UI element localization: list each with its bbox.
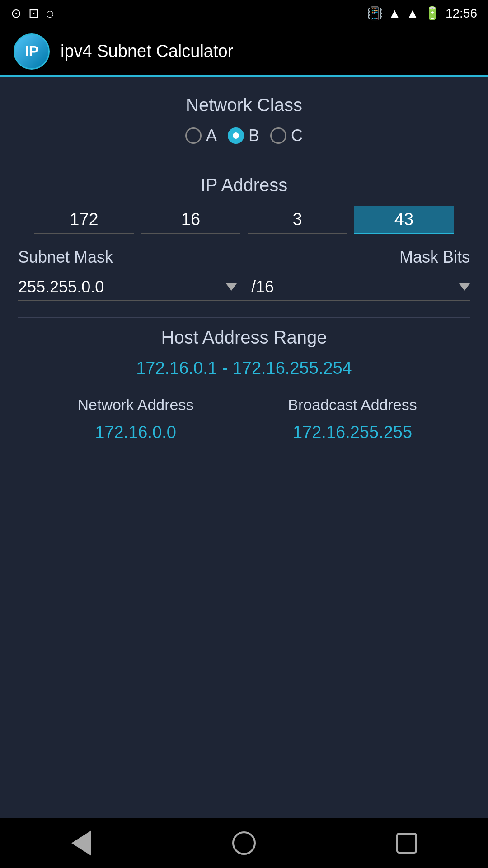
- app-logo: IP: [14, 33, 50, 70]
- radio-label-A: A: [206, 126, 217, 145]
- mask-bits-arrow-icon: [459, 283, 470, 291]
- subnet-mask-label: Subnet Mask: [18, 248, 113, 267]
- wifi-icon: ▲: [388, 7, 401, 20]
- radio-label-C: C: [291, 126, 303, 145]
- status-bar: ⊙ ⊡ ⍜ 📳 ▲ ▲ 🔋 12:56: [0, 0, 488, 27]
- radio-label-B: B: [249, 126, 259, 145]
- ip-address-section: IP Address: [18, 175, 470, 234]
- host-address-range-section: Host Address Range 172.16.0.1 - 172.16.2…: [18, 327, 470, 378]
- broadcast-address-col: Broadcast Address 172.16.255.255: [244, 396, 461, 442]
- network-class-radio-group: A B C: [18, 126, 470, 145]
- ip-octet4-input[interactable]: [354, 206, 454, 234]
- ip-fields: [18, 206, 470, 234]
- home-icon: [232, 831, 256, 855]
- android-icon: ⍜: [46, 7, 54, 20]
- mask-bits-dropdown[interactable]: /16: [244, 274, 470, 301]
- status-bar-left: ⊙ ⊡ ⍜: [11, 7, 54, 20]
- radio-circle-C[interactable]: [270, 127, 286, 144]
- host-address-range-value: 172.16.0.1 - 172.16.255.254: [18, 359, 470, 378]
- mask-bits-value: /16: [251, 278, 274, 297]
- radio-option-B[interactable]: B: [228, 126, 259, 145]
- status-bar-right: 📳 ▲ ▲ 🔋 12:56: [367, 6, 477, 21]
- network-address-label: Network Address: [27, 396, 244, 414]
- radio-option-C[interactable]: C: [270, 126, 303, 145]
- radio-circle-B[interactable]: [228, 127, 244, 144]
- network-class-section: Network Class A B C: [18, 95, 470, 168]
- ip-octet1-field: [34, 206, 134, 234]
- ip-address-title: IP Address: [18, 175, 470, 195]
- app-title: ipv4 Subnet Calculator: [61, 42, 233, 61]
- subnet-mask-section: Subnet Mask Mask Bits 255.255.0.0 /16: [18, 248, 470, 308]
- host-address-range-title: Host Address Range: [18, 327, 470, 348]
- radio-circle-A[interactable]: [185, 127, 202, 144]
- network-class-title: Network Class: [18, 95, 470, 115]
- broadcast-address-value: 172.16.255.255: [244, 423, 461, 442]
- addresses-section: Network Address 172.16.0.0 Broadcast Add…: [18, 396, 470, 442]
- vibrate-icon: 📳: [367, 7, 383, 20]
- ip-octet3-input[interactable]: [248, 206, 347, 234]
- battery-icon: 🔋: [424, 7, 440, 20]
- ip-octet2-input[interactable]: [141, 206, 240, 234]
- radio-option-A[interactable]: A: [185, 126, 217, 145]
- main-content: Network Class A B C IP Address: [0, 77, 488, 818]
- recents-icon: [396, 833, 417, 854]
- subnet-mask-dropdown[interactable]: 255.255.0.0: [18, 274, 244, 301]
- photo-icon: ⊡: [28, 7, 39, 20]
- bottom-nav: [0, 818, 488, 868]
- subnet-mask-value: 255.255.0.0: [18, 278, 104, 297]
- home-button[interactable]: [226, 825, 262, 861]
- subnet-mask-arrow-icon: [226, 283, 237, 291]
- ip-octet4-field: [354, 206, 454, 234]
- back-icon: [71, 830, 91, 856]
- broadcast-address-label: Broadcast Address: [244, 396, 461, 414]
- ip-octet3-field: [248, 206, 347, 234]
- app-bar: IP ipv4 Subnet Calculator: [0, 27, 488, 77]
- recents-button[interactable]: [389, 825, 425, 861]
- network-address-col: Network Address 172.16.0.0: [27, 396, 244, 442]
- media-icon: ⊙: [11, 7, 21, 20]
- signal-icon: ▲: [406, 7, 419, 20]
- mask-fields: 255.255.0.0 /16: [18, 274, 470, 301]
- ip-octet2-field: [141, 206, 240, 234]
- ip-octet1-input[interactable]: [34, 206, 134, 234]
- network-address-value: 172.16.0.0: [27, 423, 244, 442]
- divider: [18, 317, 470, 318]
- mask-bits-label: Mask Bits: [399, 248, 470, 267]
- mask-headers: Subnet Mask Mask Bits: [18, 248, 470, 267]
- clock: 12:56: [446, 6, 477, 21]
- back-button[interactable]: [63, 825, 99, 861]
